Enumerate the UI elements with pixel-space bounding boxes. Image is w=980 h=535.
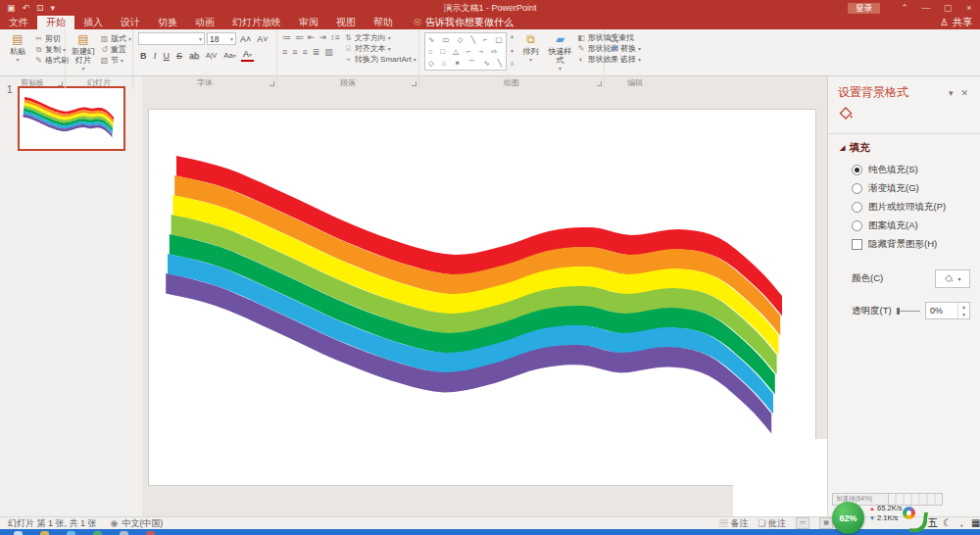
shrink-font-icon[interactable]: A˅ [255,33,270,45]
font-size-combo[interactable]: 18▾ [207,32,236,45]
shapes-row-0[interactable]: ∿ ▭ ◇ ╲ ⌐ ▢ [428,35,503,44]
fill-section-header[interactable]: ◢ 填充 [828,141,980,155]
language-status[interactable]: 中文(中国) [122,517,163,530]
align-text-button[interactable]: ⌸对齐文本▾ [344,44,416,54]
start-icon[interactable] [14,531,23,535]
tab-7[interactable]: 审阅 [290,16,327,29]
smartart-button[interactable]: ⌁转换为 SmartArt▾ [344,55,416,65]
tab-5[interactable]: 动画 [186,16,223,29]
quick-styles-button[interactable]: ▰ 快速样式▾ [548,32,573,73]
fill-option-4[interactable]: 隐藏背景图形(H) [828,235,980,254]
browser-ball-icon[interactable] [903,507,915,519]
taskbar-app-icon[interactable] [146,531,155,535]
shapes-row-1[interactable]: ○ □ △ ⌐ ¬ ⇨ [428,47,503,56]
justify-icon[interactable]: ≣ [313,47,320,57]
numbering-icon[interactable]: ≕ [295,32,304,42]
spin-down-icon[interactable]: ▼ [961,312,966,317]
dialog-launcher-icon[interactable] [58,81,63,86]
dialog-launcher-icon[interactable] [597,81,602,86]
share-button[interactable]: ♙ 共享 [940,16,972,29]
ime-icon-3[interactable]: ▦ [971,516,980,530]
underline-icon[interactable]: U [162,50,172,62]
accessibility-icon[interactable]: ◉ [111,518,119,528]
bullets-icon[interactable]: ≔ [282,32,291,42]
strikethrough-icon[interactable]: S [174,50,184,62]
font-color-icon[interactable]: A▾ [241,49,254,62]
windows-taskbar[interactable] [0,529,980,535]
fill-option-1[interactable]: 渐变填充(G) [828,179,980,198]
slider-handle[interactable] [897,308,900,315]
radio-control[interactable] [852,183,862,194]
fill-option-3[interactable]: 图案填充(A) [828,217,980,235]
decrease-indent-icon[interactable]: ⇤ [308,32,316,42]
ime-icon-0[interactable]: 五 [928,516,938,530]
transparency-spinner[interactable]: 0% ▲▼ [925,302,970,319]
format-painter-button[interactable]: ✎格式刷 [34,56,69,66]
reset-button[interactable]: ↺重置 [100,45,131,55]
panel-close-icon[interactable]: ✕ [956,88,972,98]
line-spacing-icon[interactable]: ↕≡ [330,32,340,42]
taskbar-app-icon[interactable] [93,531,102,535]
notes-button[interactable]: ▤ 备注 [719,517,749,530]
checkbox-control[interactable] [852,239,862,250]
tab-4[interactable]: 切换 [149,16,186,29]
close-icon[interactable]: × [958,0,980,16]
increase-indent-icon[interactable]: ⇥ [319,32,327,42]
fill-option-2[interactable]: 图片或纹理填充(P) [828,198,980,217]
paste-button[interactable]: ▤ 粘贴 ▾ [5,32,30,65]
ime-icon-2[interactable]: ， [956,516,966,530]
acceleration-ball[interactable]: 62% [832,502,864,534]
fill-option-0[interactable]: 纯色填充(S) [828,161,980,179]
save-icon[interactable]: ▣ [7,0,16,16]
align-right-icon[interactable]: ≡ [303,47,308,57]
panel-options-chevron-icon[interactable]: ▾ [945,88,957,98]
columns-icon[interactable]: ▥ [324,47,333,57]
arrange-button[interactable]: ⧉ 排列▾ [518,32,544,65]
ribbon-options-icon[interactable]: ⌃ [894,0,915,16]
align-left-icon[interactable]: ≡ [282,47,287,57]
qat-customize-icon[interactable]: ▾ [51,0,56,16]
radio-control[interactable] [852,202,862,213]
select-button[interactable]: ▷选择▾ [610,55,641,65]
tab-9[interactable]: 帮助 [365,16,402,29]
shapes-gallery[interactable]: ∿ ▭ ◇ ╲ ⌐ ▢○ □ △ ⌐ ¬ ⇨◇ ⌂ ✶ ⌒ ∿ ╲ [424,32,507,71]
rainbow-graphic[interactable] [149,110,815,485]
sign-in-button[interactable]: 登录 [848,3,880,14]
taskbar-app-icon[interactable] [67,531,75,535]
dialog-launcher-icon[interactable] [270,81,274,86]
tab-1[interactable]: 开始 [37,16,74,29]
tab-8[interactable]: 视图 [327,16,365,29]
shadow-icon[interactable]: ab [187,50,201,62]
change-case-icon[interactable]: Aa▾ [221,50,238,62]
shapes-gallery-scroll[interactable]: ▴▾≡ [511,32,514,67]
tab-0[interactable]: 文件 [0,16,37,29]
slide-sorter-view-button[interactable]: ▦ [819,517,833,529]
tab-6[interactable]: 幻灯片放映 [223,16,290,29]
section-button[interactable]: ▧节▾ [100,56,131,66]
grow-font-icon[interactable]: A˄ [238,33,253,45]
ime-icon-1[interactable]: ☾ [943,516,952,530]
cut-button[interactable]: ✂剪切 [34,34,69,44]
char-spacing-icon[interactable]: A|V [204,50,219,62]
taskbar-app-icon[interactable] [120,531,128,535]
align-center-icon[interactable]: ≡ [292,47,297,57]
bold-icon[interactable]: B [138,50,149,62]
slideshow-icon[interactable]: ⊡ [36,0,44,16]
undo-icon[interactable]: ↶ [23,0,30,16]
layout-button[interactable]: ▥版式▾ [100,34,131,44]
minimize-icon[interactable]: — [915,0,937,16]
transparency-slider[interactable] [897,311,920,312]
taskbar-app-icon[interactable] [40,531,49,535]
color-picker-button[interactable]: ▾ [935,269,970,288]
comments-button[interactable]: ❏ 批注 [758,517,786,530]
dialog-launcher-icon[interactable] [412,81,416,86]
shapes-row-2[interactable]: ◇ ⌂ ✶ ⌒ ∿ ╲ [428,59,503,68]
italic-icon[interactable]: I [152,50,159,62]
radio-control[interactable] [852,220,862,231]
tab-3[interactable]: 设计 [112,16,149,29]
font-name-combo[interactable]: ▾ [138,32,205,45]
slide-thumbnail[interactable] [18,86,125,151]
tab-2[interactable]: 插入 [74,16,112,29]
spin-up-icon[interactable]: ▲ [961,304,966,310]
tell-me-box[interactable]: ☉ 告诉我你想要做什么 [414,16,514,29]
